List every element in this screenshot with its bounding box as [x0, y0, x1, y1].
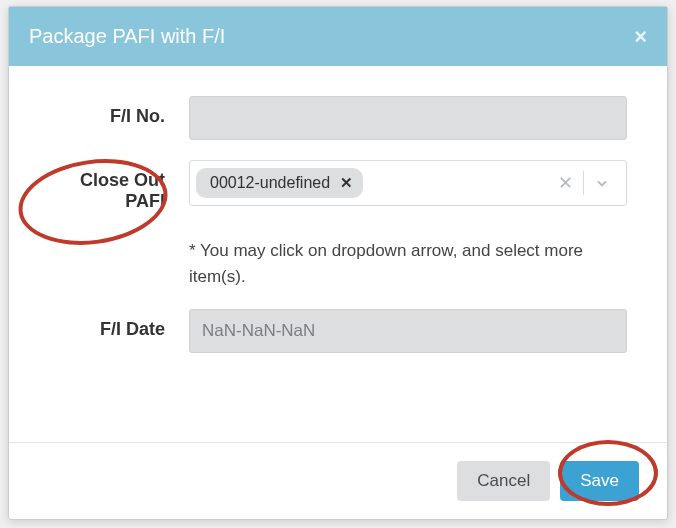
- label-fi-date: F/I Date: [39, 309, 189, 340]
- select-controls: ✕: [548, 171, 620, 195]
- modal-header: Package PAFI with F/I ×: [9, 7, 667, 66]
- save-button[interactable]: Save: [560, 461, 639, 501]
- tag-remove-icon[interactable]: ✕: [340, 174, 353, 192]
- row-close-out: Close Out PAFI 00012-undefined ✕ ✕: [39, 160, 627, 212]
- control-fi-date: NaN-NaN-NaN: [189, 309, 627, 353]
- modal-title: Package PAFI with F/I: [29, 25, 225, 48]
- fi-no-field: [189, 96, 627, 140]
- close-out-select[interactable]: 00012-undefined ✕ ✕: [189, 160, 627, 206]
- modal-dialog: Package PAFI with F/I × F/I No. Close Ou…: [8, 6, 668, 520]
- row-fi-no: F/I No.: [39, 96, 627, 140]
- modal-footer: Cancel Save: [9, 442, 667, 519]
- label-fi-no: F/I No.: [39, 96, 189, 127]
- control-fi-no: [189, 96, 627, 140]
- helper-wrap: * You may click on dropdown arrow, and s…: [189, 232, 627, 289]
- helper-text: * You may click on dropdown arrow, and s…: [189, 238, 627, 289]
- spacer: [39, 232, 189, 242]
- control-close-out: 00012-undefined ✕ ✕: [189, 160, 627, 206]
- fi-date-field: NaN-NaN-NaN: [189, 309, 627, 353]
- tag-text: 00012-undefined: [210, 174, 330, 192]
- cancel-button[interactable]: Cancel: [457, 461, 550, 501]
- row-fi-date: F/I Date NaN-NaN-NaN: [39, 309, 627, 353]
- row-helper: * You may click on dropdown arrow, and s…: [39, 232, 627, 289]
- close-icon[interactable]: ×: [634, 26, 647, 48]
- modal-body: F/I No. Close Out PAFI 00012-undefined ✕…: [9, 66, 667, 442]
- chevron-down-icon[interactable]: [584, 175, 620, 191]
- selected-tag: 00012-undefined ✕: [196, 168, 363, 198]
- label-close-out: Close Out PAFI: [39, 160, 189, 212]
- clear-all-icon[interactable]: ✕: [548, 172, 583, 194]
